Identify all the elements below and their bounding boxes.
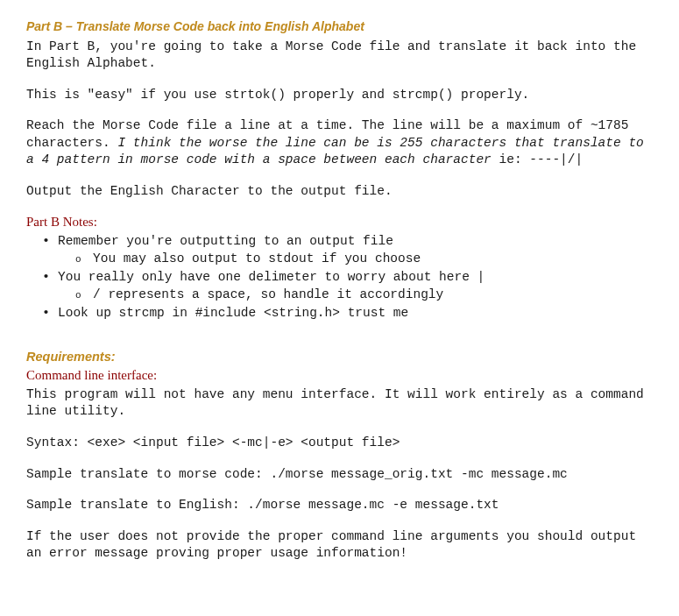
cli-intro: This program will not have any menu inte… xyxy=(26,386,653,421)
part-b-easy: This is "easy" if you use strtok() prope… xyxy=(26,87,653,104)
part-b-output: Output the English Character to the outp… xyxy=(26,183,653,201)
part-b-intro: In Part B, you're going to take a Morse … xyxy=(26,39,653,73)
cli-sample-mc: Sample translate to morse code: ./morse … xyxy=(26,466,653,484)
note-b2: You really only have one delimeter to wo… xyxy=(58,270,484,284)
part-b-notes-heading: Part B Notes: xyxy=(26,214,653,230)
list-item: Look up strcmp in #include <string.h> tr… xyxy=(58,305,653,322)
note-b2-sub: / represents a space, so handle it accor… xyxy=(93,287,443,301)
reach-post: ie: ----|/| xyxy=(492,152,583,166)
cli-sample-e: Sample translate to English: ./morse mes… xyxy=(26,497,653,514)
note-b1-sub: You may also output to stdout if you cho… xyxy=(93,251,421,266)
list-item: You really only have one delimeter to wo… xyxy=(58,269,653,303)
cli-heading: Command line interface: xyxy=(26,367,653,384)
list-item: Remember you're outputting to an output … xyxy=(58,233,653,267)
part-b-heading: Part B – Translate Morse Code back into … xyxy=(26,19,653,35)
subbullet-list: You may also output to stdout if you cho… xyxy=(58,251,653,268)
cli-error: If the user does not provide the proper … xyxy=(26,528,653,563)
subbullet-list: / represents a space, so handle it accor… xyxy=(58,287,653,304)
cli-syntax: Syntax: <exe> <input file> <-mc|-e> <out… xyxy=(26,435,653,452)
list-item: / represents a space, so handle it accor… xyxy=(93,287,653,304)
notes-list: Remember you're outputting to an output … xyxy=(26,233,653,322)
list-item: You may also output to stdout if you cho… xyxy=(93,251,653,268)
note-b1: Remember you're outputting to an output … xyxy=(58,234,393,248)
requirements-heading: Requirements: xyxy=(26,349,653,365)
note-b3: Look up strcmp in #include <string.h> tr… xyxy=(58,306,408,320)
part-b-reach: Reach the Morse Code file a line at a ti… xyxy=(26,117,653,169)
